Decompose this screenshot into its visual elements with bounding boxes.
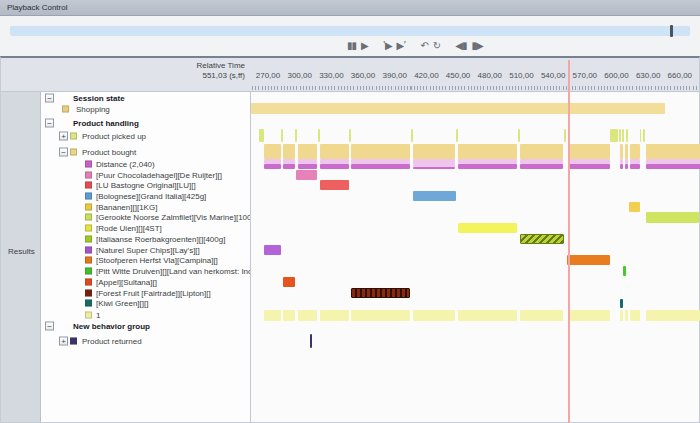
timeline-bar-distance bbox=[520, 164, 563, 169]
expand-icon[interactable]: + bbox=[59, 131, 68, 140]
tree-row-product-picked-up[interactable]: +Product picked up bbox=[41, 129, 250, 142]
timeline-bar-product-bought bbox=[620, 144, 623, 159]
tree-row-label: [Kiwi Green][][] bbox=[96, 299, 148, 308]
tree-row-label: [Gerookte Noorse Zalmfilet][Vis Marine][… bbox=[96, 213, 258, 222]
timeline-bar-product-picked-up bbox=[281, 129, 283, 142]
timeline-ruler[interactable]: 270,00300,00330,00360,00390,00420,00450,… bbox=[250, 58, 699, 92]
collapse-icon[interactable]: − bbox=[45, 322, 54, 331]
slider-thumb[interactable] bbox=[670, 25, 673, 37]
tree-row-gerookte-zalmfilet[interactable]: [Gerookte Noorse Zalmfilet][Vis Marine][… bbox=[41, 212, 250, 223]
window-titlebar: Playback Control bbox=[0, 0, 700, 16]
tree-row-puur-chocoladehagel[interactable]: [Puur Chocoladehagel][De Ruijter][] bbox=[41, 170, 250, 180]
tree-row-new-behavior-group[interactable]: −New behavior group bbox=[41, 321, 250, 332]
timeline-chart[interactable] bbox=[251, 92, 699, 422]
play-button[interactable]: ▶ bbox=[360, 38, 369, 54]
timeline-bar-product-picked-up bbox=[643, 129, 645, 142]
transport-controls: ▮▮▶‛▶▶’↶↻◀▮▮▶ bbox=[346, 37, 484, 54]
play-to-next-event-button[interactable]: ▶’ bbox=[396, 38, 407, 54]
timeline-bar-product-returned bbox=[310, 334, 312, 349]
timeline-bar-one bbox=[620, 310, 623, 321]
collapse-icon[interactable]: − bbox=[45, 118, 54, 127]
tree-row-label: Distance (2,040) bbox=[96, 160, 155, 169]
playback-position-slider[interactable] bbox=[10, 26, 690, 36]
expand-icon[interactable]: + bbox=[59, 336, 68, 345]
timeline-bar-product-bought bbox=[413, 144, 455, 159]
timeline-bar-one bbox=[320, 310, 349, 321]
timeline-bar-kiwi-green bbox=[620, 299, 623, 309]
tree-row-product-bought[interactable]: −Product bought bbox=[41, 144, 250, 159]
tree-row-label: Product handling bbox=[73, 118, 139, 127]
color-swatch bbox=[70, 132, 77, 139]
timeline-bar-product-picked-up bbox=[564, 129, 566, 142]
step-back-button[interactable]: ◀▮ bbox=[454, 38, 467, 54]
timeline-bar-distance bbox=[458, 164, 517, 169]
collapse-icon[interactable]: − bbox=[45, 93, 54, 102]
transport-group: ‛▶▶’ bbox=[382, 38, 407, 54]
timeline-bar-one bbox=[283, 310, 295, 321]
axis-tick-label: 330,00 bbox=[314, 71, 348, 80]
current-time-value: 551,03 (s,ff) bbox=[1, 71, 245, 81]
tree-row-kiwi-green[interactable]: [Kiwi Green][][] bbox=[41, 299, 250, 309]
timeline-bar-distance bbox=[413, 167, 455, 169]
timeline-bar-pitt-witte-druiven bbox=[623, 266, 626, 277]
timeline-bar-puur-chocoladehagel bbox=[296, 170, 317, 180]
tree-row-label: [Appel][Sultana][] bbox=[96, 277, 157, 286]
relative-time-label: Relative Time bbox=[1, 61, 245, 71]
tree-row-italiaanse-roerbakgroenten[interactable]: [Italiaanse Roerbakgroenten][][400g] bbox=[41, 234, 250, 245]
tree-row-rode-uien[interactable]: [Rode Uien][][4ST] bbox=[41, 223, 250, 233]
jump-back-button[interactable]: ↶ bbox=[419, 38, 428, 54]
color-swatch bbox=[85, 171, 92, 178]
tree-row-product-handling[interactable]: −Product handling bbox=[41, 117, 250, 128]
color-swatch bbox=[85, 289, 92, 296]
tree-row-stoofperen-herfst-vla[interactable]: [Stoofperen Herfst Vla][Campina][] bbox=[41, 255, 250, 265]
tree-row-shopping[interactable]: Shopping bbox=[41, 103, 250, 114]
timeline-bar-one bbox=[646, 310, 700, 321]
tree-row-bolognese[interactable]: [Bolognese][Grand Italia][425g] bbox=[41, 191, 250, 202]
tree-row-naturel-super-chips[interactable]: [Naturel Super Chips][Lay's][] bbox=[41, 245, 250, 255]
timeline-bar-product-picked-up bbox=[295, 129, 297, 142]
tree-row-pitt-witte-druiven[interactable]: [Pitt Witte Druiven][][Land van herkomst… bbox=[41, 266, 250, 277]
timeline-bar-one bbox=[568, 310, 610, 321]
tree-row-label: Product bought bbox=[82, 147, 136, 156]
axis-tick-label: 360,00 bbox=[346, 71, 380, 80]
axis-tick-label: 540,00 bbox=[536, 71, 570, 80]
timeline-bar-product-picked-up bbox=[619, 129, 621, 142]
tree-row-label: Session state bbox=[73, 93, 125, 102]
timeline-bar-distance bbox=[298, 164, 317, 169]
tree-row-product-returned[interactable]: +Product returned bbox=[41, 334, 250, 349]
axis-tick-label: 420,00 bbox=[409, 71, 443, 80]
timeline-bar-product-bought bbox=[320, 144, 349, 159]
color-swatch bbox=[62, 105, 69, 112]
loop-playback-button[interactable]: ↻ bbox=[432, 38, 441, 54]
tree-row-label: [Forest Fruit [Fairtrade]][Lipton][] bbox=[96, 288, 211, 297]
tree-row-label: Product picked up bbox=[82, 131, 146, 140]
timeline-bar-appel-sultana bbox=[283, 277, 295, 287]
timeline-bar-bananen bbox=[629, 202, 640, 212]
axis-tick-label: 300,00 bbox=[283, 71, 317, 80]
tree-row-appel-sultana[interactable]: [Appel][Sultana][] bbox=[41, 277, 250, 287]
timeline-bar-rode-uien bbox=[458, 223, 517, 233]
timeline-bar-product-picked-up bbox=[349, 129, 351, 142]
playback-cursor[interactable] bbox=[568, 60, 570, 423]
transport-group: ◀▮▮▶ bbox=[454, 38, 483, 54]
timeline-bar-stoofperen-herfst-vla bbox=[567, 255, 610, 265]
timeline-bar-product-bought bbox=[264, 144, 281, 159]
timeline-bar-bolognese bbox=[413, 191, 456, 202]
tree-row-label: [Bolognese][Grand Italia][425g] bbox=[96, 191, 206, 200]
tree-row-forest-fruit[interactable]: [Forest Fruit [Fairtrade]][Lipton][] bbox=[41, 288, 250, 299]
tree-row-label: 1 bbox=[96, 311, 100, 320]
tree-row-distance[interactable]: Distance (2,040) bbox=[41, 159, 250, 169]
tree-row-session-state[interactable]: −Session state bbox=[41, 92, 250, 103]
axis-tick-label: 660,00 bbox=[663, 71, 697, 80]
tree-row-bananen[interactable]: [Bananen][][1KG] bbox=[41, 202, 250, 212]
collapse-icon[interactable]: − bbox=[59, 147, 68, 156]
color-swatch bbox=[70, 148, 77, 155]
results-tree: −Session stateShopping−Product handling+… bbox=[41, 92, 250, 422]
play-to-previous-event-button[interactable]: ‛▶ bbox=[382, 38, 393, 54]
timeline-bar-product-picked-up bbox=[622, 129, 624, 142]
pause-button[interactable]: ▮▮ bbox=[346, 38, 357, 54]
tree-row-one[interactable]: 1 bbox=[41, 310, 250, 321]
tree-row-lu-bastogne[interactable]: [LU Bastogne Original][LU][] bbox=[41, 180, 250, 190]
step-forward-button[interactable]: ▮▶ bbox=[470, 38, 483, 54]
results-sidebar-label: Results bbox=[8, 247, 35, 256]
